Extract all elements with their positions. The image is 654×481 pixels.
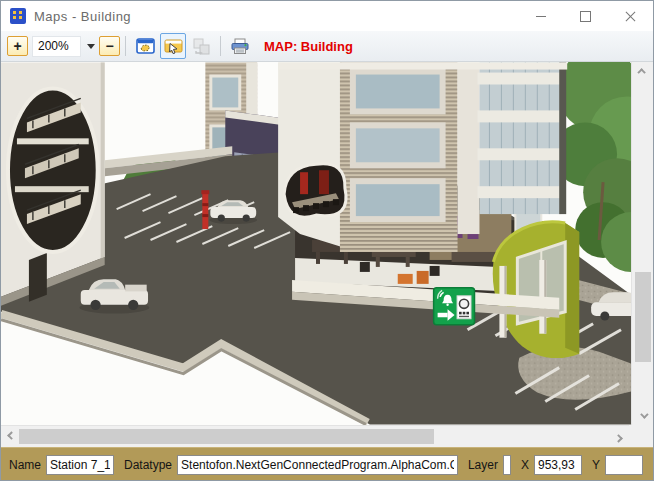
glass-curtain-wall (477, 63, 566, 215)
horizontal-scrollbar[interactable] (1, 425, 629, 447)
maximize-button[interactable] (563, 1, 608, 31)
datatype-field[interactable] (177, 455, 458, 475)
chevron-up-icon (637, 68, 645, 76)
arrange-objects-icon (192, 37, 211, 56)
map-canvas[interactable] (1, 62, 631, 425)
scrollbar-corner (629, 425, 653, 447)
scroll-down-button[interactable] (632, 407, 654, 425)
map-scene (1, 62, 631, 425)
zoom-level-value[interactable]: 200% (32, 36, 81, 57)
datatype-label: Datatype (124, 458, 172, 472)
vertical-scroll-thumb[interactable] (635, 272, 651, 362)
close-button[interactable] (608, 1, 653, 31)
meeting-room-cutaway (284, 164, 346, 217)
zoom-in-button[interactable]: + (7, 36, 28, 56)
x-label: X (521, 458, 529, 472)
title-bar: Maps - Building (1, 1, 653, 31)
building-left (1, 63, 105, 306)
print-button[interactable] (227, 33, 253, 59)
toolbar-separator (125, 36, 126, 56)
minimize-button[interactable] (518, 1, 563, 31)
fire-hydrant (201, 190, 209, 229)
close-icon (625, 11, 636, 22)
chevron-down-icon[interactable] (87, 44, 95, 49)
layer-field[interactable] (503, 455, 511, 475)
minimize-icon (536, 16, 546, 17)
scroll-right-button[interactable] (611, 426, 629, 448)
printer-icon (230, 37, 250, 56)
intercom-station-icon[interactable] (434, 288, 475, 325)
zoom-out-button[interactable]: − (99, 36, 120, 56)
facade-windows (350, 69, 446, 223)
station-faceplate (457, 296, 471, 319)
map-toolbar: + 200% − (1, 31, 653, 62)
window-title: Maps - Building (34, 9, 131, 24)
select-mode-button[interactable] (160, 33, 186, 59)
scroll-left-button[interactable] (1, 426, 19, 448)
object-status-bar: Name Datatype Layer X Y (1, 447, 653, 481)
horizontal-scroll-thumb[interactable] (19, 429, 434, 444)
scroll-up-button[interactable] (632, 62, 654, 80)
y-label: Y (592, 458, 600, 472)
vertical-scrollbar[interactable] (631, 62, 653, 425)
name-field[interactable] (46, 455, 114, 475)
x-field[interactable] (534, 455, 582, 475)
zoom-region-icon (136, 37, 155, 56)
select-cursor-icon (164, 37, 183, 56)
map-title-label: MAP: Building (264, 39, 353, 54)
y-field[interactable] (605, 455, 643, 475)
chevron-left-icon (7, 431, 15, 439)
name-label: Name (9, 458, 41, 472)
chevron-right-icon (614, 434, 622, 442)
app-building-icon (10, 8, 26, 24)
toolbar-separator (220, 36, 221, 56)
zoom-region-button[interactable] (132, 33, 158, 59)
zoom-level-combo[interactable]: 200% (32, 36, 95, 57)
layer-label: Layer (468, 458, 498, 472)
maximize-icon (580, 11, 591, 22)
maps-window: Maps - Building + 200% − (0, 0, 654, 481)
chevron-down-icon (640, 410, 648, 418)
arrange-objects-button (188, 33, 214, 59)
